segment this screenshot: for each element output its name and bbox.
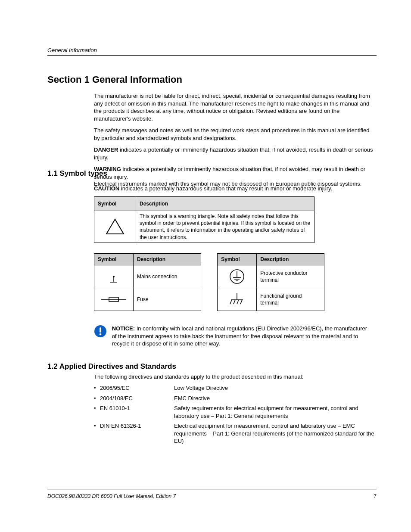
svg-marker-0	[106, 219, 124, 234]
tbl2-row1-desc: Mains connection	[134, 265, 201, 288]
tbl3-row1-desc: Protective conductor terminal	[257, 265, 324, 288]
svg-line-17	[237, 300, 239, 304]
warning-triangle-icon	[94, 211, 136, 243]
fuse-icon	[94, 288, 134, 311]
intro-para-1: The manufacturer is not be liable for di…	[94, 92, 377, 122]
section-heading: Section 1 General Information	[47, 73, 182, 86]
svg-line-16	[234, 300, 235, 304]
notice-icon	[94, 325, 107, 338]
standard-desc: EMC Directive	[174, 395, 377, 402]
standards-list: • 2006/95/EC Low Voltage Directive • 200…	[94, 384, 377, 448]
standard-desc: Electrical equipment for measurement, co…	[174, 422, 377, 445]
tbl1-row1-desc: This symbol is a warning triangle. Note …	[136, 211, 314, 243]
standards-heading: 1.2 Applied Directives and Standards	[47, 362, 176, 372]
page-number: 7	[374, 493, 377, 500]
header-rule	[47, 55, 377, 56]
standards-intro: The following directives and standards a…	[94, 373, 377, 381]
warning-line: WARNING indicates a potentially or immin…	[94, 165, 377, 180]
bullet-icon: •	[94, 422, 100, 445]
list-item: • 2006/95/EC Low Voltage Directive	[94, 384, 377, 392]
standard-desc: Low Voltage Directive	[174, 384, 377, 392]
standard-code: EN 61010-1	[100, 404, 174, 420]
subsection-heading: 1.1 Symbol types	[47, 169, 107, 179]
danger-line: DANGER indicates a potentially or immine…	[94, 146, 377, 161]
notice-label: NOTICE:	[112, 325, 135, 332]
notice-text: NOTICE: In conformity with local and nat…	[112, 325, 371, 348]
list-item: • 2004/108/EC EMC Directive	[94, 395, 377, 402]
svg-line-15	[230, 300, 232, 304]
bullet-icon: •	[94, 404, 100, 420]
footer-text: DOC026.98.80333 DR 6000 Full User Manual…	[47, 493, 176, 500]
bullet-icon: •	[94, 384, 100, 392]
notice-block: NOTICE: In conformity with local and nat…	[94, 325, 377, 348]
notice-body: In conformity with local and national re…	[112, 325, 367, 347]
svg-point-21	[100, 333, 102, 336]
intro-para-2: The safety messages and notes as well as…	[94, 127, 377, 142]
header-title: General Information	[47, 47, 97, 54]
tbl3-h2: Description	[257, 254, 324, 265]
tbl1-h1: Symbol	[94, 197, 136, 211]
symbol-table-main: Symbol Description This symbol is a warn…	[94, 196, 314, 243]
subsection-intro: Electrical instruments marked with this …	[94, 180, 377, 188]
list-item: • DIN EN 61326-1 Electrical equipment fo…	[94, 422, 377, 445]
standard-desc: Safety requirements for electrical equip…	[174, 404, 377, 420]
mains-connection-icon	[94, 265, 134, 288]
tbl2-row2-desc: Fuse	[134, 288, 201, 311]
symbol-table-right: Symbol Description Protective conductor …	[217, 253, 324, 311]
tbl2-h2: Description	[134, 254, 201, 265]
standard-code: 2004/108/EC	[100, 395, 174, 402]
bullet-icon: •	[94, 395, 100, 402]
tbl2-h1: Symbol	[94, 254, 134, 265]
standard-code: 2006/95/EC	[100, 384, 174, 392]
symbol-table-left: Symbol Description Mains connection	[94, 253, 201, 311]
protective-conductor-icon	[218, 265, 257, 288]
functional-ground-icon	[218, 288, 257, 311]
footer-rule	[47, 489, 377, 489]
svg-line-18	[240, 300, 242, 304]
warning-text: indicates a potentially or imminently ha…	[94, 166, 365, 180]
tbl3-h1: Symbol	[218, 254, 257, 265]
list-item: • EN 61010-1 Safety requirements for ele…	[94, 404, 377, 420]
danger-text: indicates a potentially or imminently ha…	[94, 146, 373, 161]
tbl3-row2-desc: Functional ground terminal	[257, 288, 324, 311]
tbl1-h2: Description	[136, 197, 314, 211]
danger-label: DANGER	[94, 146, 120, 153]
svg-rect-20	[100, 327, 101, 333]
symbol-tables-row: Symbol Description Mains connection	[94, 253, 324, 311]
standard-code: DIN EN 61326-1	[100, 422, 174, 445]
